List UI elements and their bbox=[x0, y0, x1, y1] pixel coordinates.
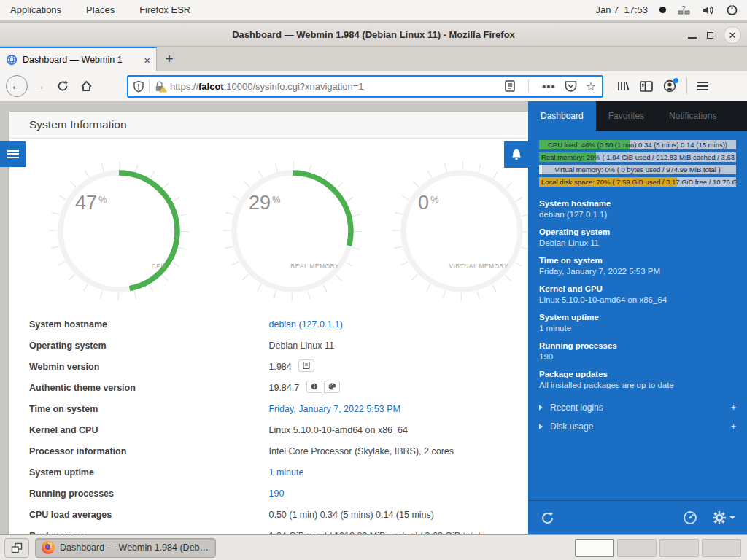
toolbar-divider bbox=[686, 78, 687, 94]
theme-info-button[interactable] bbox=[306, 381, 322, 393]
expand-plus-icon[interactable]: + bbox=[731, 402, 736, 413]
page-actions-icon[interactable]: ••• bbox=[542, 80, 556, 93]
list-item: Kernel and CPU Linux 5.10.0-10-amd64 on … bbox=[539, 284, 736, 304]
volume-icon[interactable] bbox=[702, 4, 714, 16]
library-icon[interactable] bbox=[616, 80, 630, 92]
sidebar-toggle-icon[interactable] bbox=[640, 81, 653, 92]
network-icon[interactable]: ? bbox=[678, 4, 690, 15]
table-row: Time on system Friday, January 7, 2022 5… bbox=[9, 399, 528, 420]
workspace-2[interactable] bbox=[617, 539, 657, 557]
bookmark-star-icon[interactable]: ☆ bbox=[586, 79, 596, 93]
webmin-changelog-button[interactable] bbox=[298, 359, 314, 372]
reader-view-icon[interactable] bbox=[505, 80, 515, 92]
virtual-memory-bar[interactable]: Virtual memory: 0% ( 0 bytes used / 974.… bbox=[539, 165, 736, 174]
table-row: CPU load averages 0.50 (1 min) 0.34 (5 m… bbox=[9, 505, 528, 526]
gauge-value: 29% bbox=[249, 192, 281, 214]
row-label: Time on system bbox=[29, 399, 266, 420]
row-value: Linux 5.10.0-10-amd64 on x86_64 bbox=[268, 425, 407, 435]
pocket-icon[interactable] bbox=[565, 80, 577, 92]
caret-right-icon bbox=[539, 405, 543, 411]
reload-button[interactable] bbox=[51, 74, 74, 98]
notifications-bell-button[interactable] bbox=[504, 141, 528, 168]
disk-space-bar[interactable]: Local disk space: 70% ( 7.59 GiB used / … bbox=[539, 177, 736, 187]
power-icon[interactable] bbox=[726, 4, 738, 16]
forward-button[interactable]: → bbox=[28, 74, 51, 98]
list-item: Package updates All installed packages a… bbox=[539, 370, 736, 389]
close-button[interactable]: ✕ bbox=[724, 26, 741, 44]
tab-notifications[interactable]: Notifications bbox=[657, 101, 729, 131]
row-value: 19.84.7 bbox=[268, 383, 299, 393]
info-value: 1 minute bbox=[539, 324, 736, 332]
bell-icon bbox=[510, 148, 523, 161]
connection-lock-warning-icon[interactable] bbox=[154, 80, 167, 93]
url-bar[interactable]: https://falcot:10000/sysinfo.cgi?xnaviga… bbox=[127, 75, 603, 98]
row-label: Kernel and CPU bbox=[29, 420, 266, 441]
window-button-label: Dashboard — Webmin 1.984 (Deb… bbox=[60, 542, 209, 553]
maximize-button[interactable] bbox=[707, 32, 713, 39]
info-value: Friday, January 7, 2022 5:53 PM bbox=[539, 267, 736, 276]
time-link[interactable]: Friday, January 7, 2022 5:53 PM bbox=[268, 404, 400, 414]
tab-close-icon[interactable]: × bbox=[144, 55, 150, 66]
clock[interactable]: Jan 7 17:53 bbox=[595, 4, 648, 15]
list-item: Time on system Friday, January 7, 2022 5… bbox=[539, 256, 736, 276]
cpu-gauge: 47% CPU bbox=[46, 158, 192, 304]
gauge-value: 0% bbox=[418, 192, 439, 214]
webmin-favicon-icon bbox=[6, 54, 18, 66]
processes-link[interactable]: 190 bbox=[268, 489, 284, 499]
gauge-label: CPU bbox=[152, 262, 166, 270]
sidebar-tabs: Dashboard Favorites Notifications bbox=[528, 101, 747, 131]
app-menu-icon[interactable] bbox=[697, 79, 708, 93]
new-tab-button[interactable]: + bbox=[157, 47, 182, 71]
hostname-link[interactable]: debian (127.0.1.1) bbox=[268, 319, 342, 330]
places-menu[interactable]: Places bbox=[86, 4, 115, 15]
workspace-1[interactable] bbox=[575, 539, 614, 557]
info-label: Time on system bbox=[539, 256, 736, 265]
bar-text: Virtual memory: 0% ( 0 bytes used / 974.… bbox=[539, 165, 736, 174]
gauges-row: 47% CPU 29% REAL MEMORY bbox=[9, 139, 528, 314]
tracking-protection-shield-icon[interactable] bbox=[133, 80, 144, 93]
section-label: Recent logins bbox=[550, 402, 731, 413]
bar-text: Local disk space: 70% ( 7.59 GiB used / … bbox=[539, 177, 736, 187]
disk-usage-section[interactable]: Disk usage + bbox=[528, 417, 747, 436]
bar-text: Real memory: 29% ( 1.04 GiB used / 912.8… bbox=[539, 152, 736, 162]
caret-right-icon bbox=[539, 424, 543, 429]
back-button[interactable]: ← bbox=[6, 75, 28, 97]
system-monitor-icon[interactable] bbox=[683, 510, 697, 525]
expand-plus-icon[interactable]: + bbox=[731, 421, 736, 432]
browser-viewport: System Information 47% CPU bbox=[0, 101, 747, 534]
webmin-menu-toggle-button[interactable] bbox=[0, 141, 26, 167]
cpu-load-bar[interactable]: CPU load: 46% (0.50 (1 min) 0.34 (5 mins… bbox=[539, 140, 736, 149]
account-icon[interactable] bbox=[663, 79, 676, 93]
applications-menu[interactable]: Applications bbox=[10, 4, 61, 15]
workspace-4[interactable] bbox=[702, 539, 741, 557]
recent-logins-section[interactable]: Recent logins + bbox=[528, 398, 747, 417]
home-button[interactable] bbox=[74, 74, 98, 98]
list-item: Running processes 190 bbox=[539, 341, 736, 361]
theme-palette-button[interactable] bbox=[324, 381, 340, 393]
window-taskbar-button[interactable]: Dashboard — Webmin 1.984 (Deb… bbox=[35, 538, 216, 558]
row-value: 0.50 (1 min) 0.34 (5 mins) 0.14 (15 mins… bbox=[268, 510, 433, 520]
refresh-icon[interactable] bbox=[540, 510, 555, 526]
real-memory-bar[interactable]: Real memory: 29% ( 1.04 GiB used / 912.8… bbox=[539, 152, 736, 162]
workspace-switcher bbox=[575, 539, 741, 557]
table-row: Real memory 1.04 GiB used / 1012.83 MiB … bbox=[9, 526, 528, 534]
info-value: debian (127.0.1.1) bbox=[539, 210, 736, 219]
info-value: Debian Linux 11 bbox=[539, 238, 736, 247]
tab-dashboard[interactable]: Dashboard bbox=[528, 101, 596, 131]
browser-tab[interactable]: Dashboard — Webmin 1 × bbox=[0, 47, 157, 71]
row-label: Authentic theme version bbox=[29, 378, 266, 399]
workspace-3[interactable] bbox=[659, 539, 699, 557]
row-label: Webmin version bbox=[29, 357, 266, 378]
minimize-button[interactable] bbox=[688, 37, 697, 39]
settings-gear-icon[interactable] bbox=[712, 510, 735, 525]
show-desktop-button[interactable] bbox=[4, 538, 29, 558]
gnome-top-bar: Applications Places Firefox ESR Jan 7 17… bbox=[0, 0, 747, 20]
row-label: System hostname bbox=[29, 314, 266, 335]
status-bars: CPU load: 46% (0.50 (1 min) 0.34 (5 mins… bbox=[528, 131, 747, 194]
active-app-menu[interactable]: Firefox ESR bbox=[139, 4, 190, 15]
info-value: Linux 5.10.0-10-amd64 on x86_64 bbox=[539, 295, 736, 304]
tab-favorites[interactable]: Favorites bbox=[596, 101, 657, 131]
bar-text: CPU load: 46% (0.50 (1 min) 0.34 (5 mins… bbox=[539, 140, 736, 149]
uptime-link[interactable]: 1 minute bbox=[268, 467, 303, 478]
tab-bar: Dashboard — Webmin 1 × + bbox=[0, 47, 747, 71]
